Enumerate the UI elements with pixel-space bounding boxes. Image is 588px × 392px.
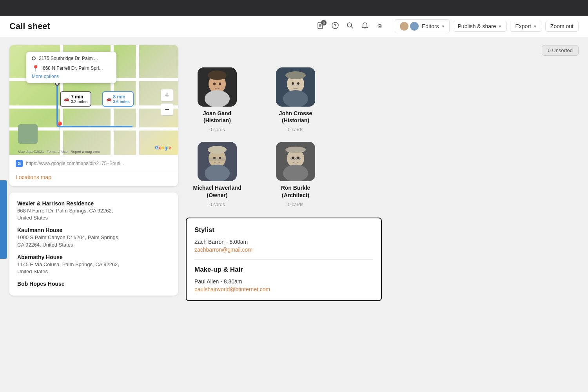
- location-2: Kaufmann House 1000 S Palm Canyon Dr #20…: [17, 227, 170, 248]
- location-name-2: Kaufmann House: [17, 227, 170, 233]
- svg-point-12: [208, 71, 227, 80]
- header-title: Call sheet: [9, 21, 50, 31]
- makeup-person: Paul Allen - 8.30am: [194, 278, 373, 285]
- report-link[interactable]: Report a map error: [71, 150, 100, 154]
- left-accent-bar: [0, 180, 7, 259]
- editors-button[interactable]: Editors ▼: [395, 19, 449, 33]
- person-photo-ron[interactable]: [276, 142, 315, 181]
- route-time-2: 8 min: [113, 94, 130, 100]
- document-icon[interactable]: 0: [316, 22, 324, 31]
- google-g-icon: G: [16, 160, 23, 167]
- map-background: SUNRISE 📍 🚗 7 min 3.2 miles 🚗: [9, 45, 178, 155]
- zoom-out-button[interactable]: Zoom out: [545, 21, 579, 32]
- location-addr-1: 668 N Farrell Dr, Palm Springs, CA 92262…: [17, 207, 170, 221]
- right-column: 0 Unsorted: [186, 45, 579, 384]
- route-time-1: 7 min: [71, 94, 87, 100]
- person-cards-ron: 0 cards: [288, 202, 303, 207]
- map-thumbnail: [18, 124, 38, 144]
- svg-rect-29: [209, 158, 226, 161]
- person-photo-michael[interactable]: [198, 142, 237, 181]
- persons-grid: Joan Gand (Historian) 0 cards: [186, 64, 579, 211]
- person-name-ron: Ron Burkle (Architect): [281, 184, 310, 198]
- makeup-title: Make-up & Hair: [194, 266, 373, 274]
- map-footer: G https://www.google.com/maps/dir/2175+S…: [9, 155, 178, 172]
- editors-chevron: ▼: [441, 24, 445, 29]
- editor-avatar-1: [399, 21, 409, 31]
- person-cards-michael: 0 cards: [209, 202, 225, 207]
- person-photo-john[interactable]: [276, 67, 315, 107]
- location-name-3: Abernathy House: [17, 254, 170, 260]
- publish-chevron: ▼: [498, 24, 502, 29]
- person-name-michael: Michael Haverland (Owner): [193, 184, 241, 198]
- makeup-email[interactable]: paulshairworld@btinternet.com: [194, 286, 373, 292]
- svg-text:?: ?: [334, 23, 336, 29]
- stylist-email[interactable]: zachbarron@gmail.com: [194, 247, 373, 253]
- unsorted-badge[interactable]: 0 Unsorted: [542, 45, 579, 56]
- svg-point-25: [205, 165, 230, 181]
- map-card: SUNRISE 📍 🚗 7 min 3.2 miles 🚗: [9, 45, 178, 186]
- stylist-title: Stylist: [194, 226, 373, 234]
- locations-card: Wexler & Harrison Residence 668 N Farrel…: [9, 192, 178, 296]
- stylist-card: Stylist Zach Barron - 8.00am zachbarron@…: [186, 218, 382, 301]
- settings-icon[interactable]: [376, 22, 384, 31]
- header: Call sheet 0 ?: [0, 16, 588, 37]
- service-cards: Stylist Zach Barron - 8.00am zachbarron@…: [186, 218, 579, 301]
- header-right: 0 ?: [316, 19, 579, 33]
- location-3: Abernathy House 1145 E Via Colusa, Palm …: [17, 254, 170, 275]
- svg-point-20: [297, 82, 299, 85]
- locations-map-link[interactable]: Locations map: [16, 174, 51, 180]
- top-bar: [0, 0, 588, 16]
- svg-point-26: [208, 146, 227, 154]
- svg-point-35: [297, 157, 299, 159]
- map-road: [136, 45, 139, 155]
- svg-point-13: [213, 83, 216, 85]
- location-name-1: Wexler & Harrison Residence: [17, 200, 170, 207]
- map-data-label: Map data ©2021: [18, 150, 44, 154]
- location-name-4: Bob Hopes House: [17, 281, 170, 287]
- route-dist-1: 3.2 miles: [71, 100, 87, 104]
- left-column: SUNRISE 📍 🚗 7 min 3.2 miles 🚗: [9, 45, 178, 384]
- search-icon[interactable]: [346, 22, 354, 31]
- publish-share-button[interactable]: Publish & share ▼: [453, 21, 507, 32]
- svg-rect-22: [296, 85, 300, 85]
- svg-point-34: [292, 157, 294, 159]
- person-card-michael: Michael Haverland (Owner) 0 cards: [186, 142, 249, 207]
- person-name-john: John Crosse (Historian): [279, 110, 312, 124]
- stylist-person: Zach Barron - 8.00am: [194, 239, 373, 245]
- svg-point-32: [283, 165, 308, 181]
- location-addr-3: 1145 E Via Colusa, Palm Springs, CA 9226…: [17, 261, 170, 275]
- export-button[interactable]: Export ▼: [510, 21, 542, 32]
- svg-point-14: [219, 83, 221, 85]
- export-chevron: ▼: [533, 24, 537, 29]
- map-zoom-controls: + −: [161, 89, 173, 116]
- zoom-out-button-map[interactable]: −: [161, 103, 173, 116]
- map-pin-end: 📍: [55, 121, 65, 131]
- map-link-row: Locations map: [9, 172, 178, 186]
- bell-icon[interactable]: [361, 22, 369, 31]
- location-1: Wexler & Harrison Residence 668 N Farrel…: [17, 200, 170, 221]
- svg-point-17: [283, 90, 308, 107]
- google-logo: Google: [155, 145, 171, 151]
- terms-link[interactable]: Terms of Use: [47, 150, 68, 154]
- svg-line-7: [351, 27, 353, 28]
- svg-point-19: [292, 82, 294, 85]
- zoom-in-button[interactable]: +: [161, 89, 173, 102]
- svg-point-8: [379, 24, 381, 26]
- dir-from: 2175 Southridge Dr, Palm ...: [39, 56, 111, 61]
- editors-label: Editors: [422, 23, 439, 29]
- car-icon: 🚗: [64, 96, 69, 102]
- dir-dot: [32, 56, 36, 60]
- person-card-john: John Crosse (Historian) 0 cards: [264, 67, 327, 132]
- document-badge: 0: [321, 20, 327, 25]
- car-icon-2: 🚗: [106, 96, 112, 102]
- person-photo-joan[interactable]: [198, 67, 237, 107]
- svg-point-11: [205, 90, 230, 107]
- dir-pin: 📍: [32, 65, 40, 72]
- help-icon[interactable]: ?: [331, 22, 339, 31]
- zoom-label: Zoom out: [550, 23, 573, 29]
- person-card-ron: Ron Burkle (Architect) 0 cards: [264, 142, 327, 207]
- person-cards-john: 0 cards: [288, 127, 303, 132]
- svg-point-33: [285, 147, 306, 153]
- person-card-joan: Joan Gand (Historian) 0 cards: [186, 67, 249, 132]
- more-options-link[interactable]: More options: [32, 74, 59, 79]
